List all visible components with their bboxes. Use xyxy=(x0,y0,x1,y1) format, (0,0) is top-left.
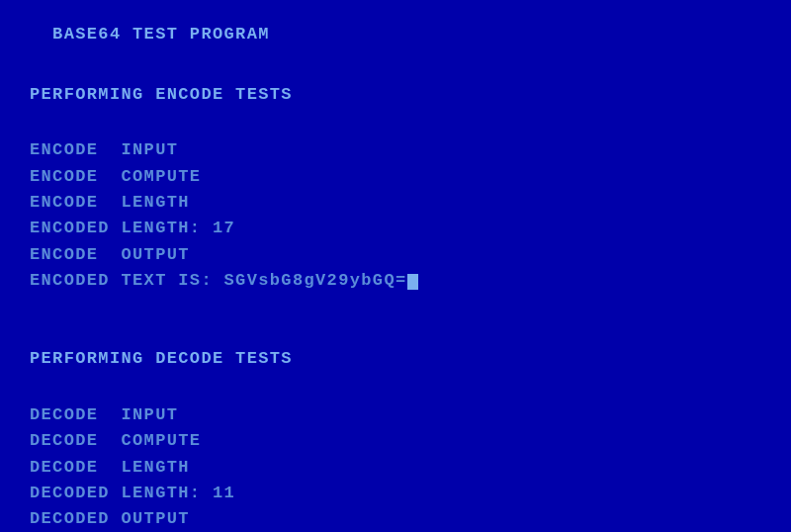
decode-output: DECODED OUTPUT xyxy=(30,506,761,532)
spacer-1 xyxy=(30,55,761,81)
terminal-screen: BASE64 TEST PROGRAM PERFORMING ENCODE TE… xyxy=(0,0,791,532)
spacer-5 xyxy=(30,376,761,401)
title-line: BASE64 TEST PROGRAM xyxy=(30,22,761,47)
spacer-4 xyxy=(30,320,761,346)
encode-output: ENCODE OUTPUT xyxy=(30,242,761,268)
encode-header: PERFORMING ENCODE TESTS xyxy=(30,82,761,108)
spacer-3 xyxy=(30,294,761,319)
encode-length: ENCODE LENGTH xyxy=(30,190,761,216)
decode-header: PERFORMING DECODE TESTS xyxy=(30,346,761,372)
decode-input: DECODE INPUT xyxy=(30,402,761,428)
decode-length: DECODE LENGTH xyxy=(30,455,761,481)
decode-compute: DECODE COMPUTE xyxy=(30,428,761,454)
encode-compute: ENCODE COMPUTE xyxy=(30,164,761,190)
encoded-text: ENCODED TEXT IS: SGVsbG8gV29ybGQ= xyxy=(30,268,761,294)
encode-input: ENCODE INPUT xyxy=(30,137,761,163)
decoded-length-value: DECODED LENGTH: 11 xyxy=(30,481,761,506)
encoded-length-value: ENCODED LENGTH: 17 xyxy=(30,216,761,241)
spacer-2 xyxy=(30,112,761,137)
cursor-block xyxy=(407,274,418,290)
